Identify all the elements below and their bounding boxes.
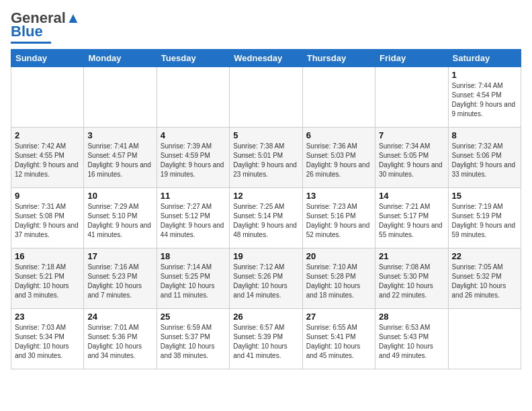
- day-info: Sunrise: 7:14 AM Sunset: 5:25 PM Dayligh…: [161, 263, 226, 300]
- calendar-cell: 10Sunrise: 7:29 AM Sunset: 5:10 PM Dayli…: [84, 188, 157, 248]
- calendar-cell: 19Sunrise: 7:12 AM Sunset: 5:26 PM Dayli…: [230, 248, 302, 309]
- day-number: 24: [87, 312, 152, 322]
- day-info: Sunrise: 7:31 AM Sunset: 5:08 PM Dayligh…: [15, 202, 80, 240]
- day-number: 26: [233, 312, 298, 322]
- day-number: 25: [161, 312, 226, 322]
- day-info: Sunrise: 7:03 AM Sunset: 5:34 PM Dayligh…: [15, 323, 80, 361]
- day-info: Sunrise: 6:55 AM Sunset: 5:41 PM Dayligh…: [306, 323, 371, 361]
- day-info: Sunrise: 7:27 AM Sunset: 5:12 PM Dayligh…: [161, 202, 226, 240]
- day-info: Sunrise: 7:23 AM Sunset: 5:16 PM Dayligh…: [306, 202, 371, 240]
- calendar-cell: [375, 67, 448, 128]
- weekday-header: Friday: [375, 50, 448, 67]
- calendar-cell: 25Sunrise: 6:59 AM Sunset: 5:37 PM Dayli…: [157, 309, 229, 369]
- calendar-cell: 26Sunrise: 6:57 AM Sunset: 5:39 PM Dayli…: [230, 309, 302, 369]
- day-number: 7: [379, 130, 444, 140]
- calendar-week-row: 2Sunrise: 7:42 AM Sunset: 4:55 PM Daylig…: [11, 128, 521, 188]
- calendar-cell: [84, 67, 157, 128]
- day-info: Sunrise: 7:41 AM Sunset: 4:57 PM Dayligh…: [87, 142, 152, 179]
- weekday-header: Sunday: [11, 50, 84, 67]
- weekday-header: Tuesday: [157, 50, 229, 67]
- calendar-cell: 24Sunrise: 7:01 AM Sunset: 5:36 PM Dayli…: [84, 309, 157, 369]
- day-number: 22: [452, 251, 517, 261]
- day-info: Sunrise: 7:36 AM Sunset: 5:03 PM Dayligh…: [306, 142, 371, 179]
- day-number: 28: [379, 312, 444, 322]
- day-number: 4: [161, 130, 226, 140]
- day-number: 8: [452, 130, 517, 140]
- day-number: 19: [233, 251, 298, 261]
- day-number: 5: [233, 130, 298, 140]
- day-info: Sunrise: 7:32 AM Sunset: 5:06 PM Dayligh…: [452, 142, 517, 179]
- logo-underline: [11, 42, 51, 44]
- day-number: 6: [306, 130, 371, 140]
- day-number: 14: [379, 191, 444, 201]
- calendar-cell: 22Sunrise: 7:05 AM Sunset: 5:32 PM Dayli…: [448, 248, 521, 309]
- weekday-header: Saturday: [448, 50, 521, 67]
- day-info: Sunrise: 7:18 AM Sunset: 5:21 PM Dayligh…: [15, 263, 80, 300]
- calendar-cell: 21Sunrise: 7:08 AM Sunset: 5:30 PM Dayli…: [375, 248, 448, 309]
- calendar-week-row: 1Sunrise: 7:44 AM Sunset: 4:54 PM Daylig…: [11, 67, 521, 128]
- day-info: Sunrise: 7:19 AM Sunset: 5:19 PM Dayligh…: [452, 202, 517, 240]
- calendar-cell: [302, 67, 375, 128]
- calendar-cell: [11, 67, 84, 128]
- day-number: 20: [306, 251, 371, 261]
- logo-blue-text: Blue: [11, 23, 43, 40]
- day-number: 9: [15, 191, 80, 201]
- day-info: Sunrise: 7:12 AM Sunset: 5:26 PM Dayligh…: [233, 263, 298, 300]
- calendar-cell: [157, 67, 229, 128]
- day-number: 23: [15, 312, 80, 322]
- day-info: Sunrise: 7:42 AM Sunset: 4:55 PM Dayligh…: [15, 142, 80, 179]
- day-info: Sunrise: 7:38 AM Sunset: 5:01 PM Dayligh…: [233, 142, 298, 179]
- day-number: 27: [306, 312, 371, 322]
- day-info: Sunrise: 7:01 AM Sunset: 5:36 PM Dayligh…: [87, 323, 152, 361]
- day-info: Sunrise: 7:29 AM Sunset: 5:10 PM Dayligh…: [87, 202, 152, 240]
- logo-blue: ▲: [66, 9, 81, 26]
- calendar-cell: 20Sunrise: 7:10 AM Sunset: 5:28 PM Dayli…: [302, 248, 375, 309]
- calendar-cell: 8Sunrise: 7:32 AM Sunset: 5:06 PM Daylig…: [448, 128, 521, 188]
- calendar-cell: 3Sunrise: 7:41 AM Sunset: 4:57 PM Daylig…: [84, 128, 157, 188]
- calendar-header-row: SundayMondayTuesdayWednesdayThursdayFrid…: [11, 50, 521, 67]
- weekday-header: Wednesday: [230, 50, 302, 67]
- day-info: Sunrise: 7:44 AM Sunset: 4:54 PM Dayligh…: [452, 81, 517, 119]
- calendar-week-row: 23Sunrise: 7:03 AM Sunset: 5:34 PM Dayli…: [11, 309, 521, 369]
- calendar-cell: 9Sunrise: 7:31 AM Sunset: 5:08 PM Daylig…: [11, 188, 84, 248]
- calendar-cell: 17Sunrise: 7:16 AM Sunset: 5:23 PM Dayli…: [84, 248, 157, 309]
- calendar-cell: 1Sunrise: 7:44 AM Sunset: 4:54 PM Daylig…: [448, 67, 521, 128]
- calendar-cell: 27Sunrise: 6:55 AM Sunset: 5:41 PM Dayli…: [302, 309, 375, 369]
- day-number: 15: [452, 191, 517, 201]
- calendar-cell: 28Sunrise: 6:53 AM Sunset: 5:43 PM Dayli…: [375, 309, 448, 369]
- calendar-week-row: 16Sunrise: 7:18 AM Sunset: 5:21 PM Dayli…: [11, 248, 521, 309]
- calendar-cell: 7Sunrise: 7:34 AM Sunset: 5:05 PM Daylig…: [375, 128, 448, 188]
- day-number: 17: [87, 251, 152, 261]
- day-info: Sunrise: 7:10 AM Sunset: 5:28 PM Dayligh…: [306, 263, 371, 300]
- calendar-week-row: 9Sunrise: 7:31 AM Sunset: 5:08 PM Daylig…: [11, 188, 521, 248]
- calendar-cell: 15Sunrise: 7:19 AM Sunset: 5:19 PM Dayli…: [448, 188, 521, 248]
- calendar-cell: 5Sunrise: 7:38 AM Sunset: 5:01 PM Daylig…: [230, 128, 302, 188]
- day-number: 18: [161, 251, 226, 261]
- day-number: 13: [306, 191, 371, 201]
- day-number: 11: [161, 191, 226, 201]
- calendar-cell: 18Sunrise: 7:14 AM Sunset: 5:25 PM Dayli…: [157, 248, 229, 309]
- calendar-table: SundayMondayTuesdayWednesdayThursdayFrid…: [11, 49, 521, 369]
- day-info: Sunrise: 6:53 AM Sunset: 5:43 PM Dayligh…: [379, 323, 444, 361]
- day-info: Sunrise: 7:39 AM Sunset: 4:59 PM Dayligh…: [161, 142, 226, 179]
- calendar-cell: 23Sunrise: 7:03 AM Sunset: 5:34 PM Dayli…: [11, 309, 84, 369]
- day-number: 3: [87, 130, 152, 140]
- day-number: 10: [87, 191, 152, 201]
- calendar-cell: [230, 67, 302, 128]
- day-info: Sunrise: 7:34 AM Sunset: 5:05 PM Dayligh…: [379, 142, 444, 179]
- calendar-cell: 2Sunrise: 7:42 AM Sunset: 4:55 PM Daylig…: [11, 128, 84, 188]
- calendar-cell: 16Sunrise: 7:18 AM Sunset: 5:21 PM Dayli…: [11, 248, 84, 309]
- calendar-cell: 14Sunrise: 7:21 AM Sunset: 5:17 PM Dayli…: [375, 188, 448, 248]
- day-info: Sunrise: 7:25 AM Sunset: 5:14 PM Dayligh…: [233, 202, 298, 240]
- day-info: Sunrise: 6:59 AM Sunset: 5:37 PM Dayligh…: [161, 323, 226, 361]
- calendar-cell: 11Sunrise: 7:27 AM Sunset: 5:12 PM Dayli…: [157, 188, 229, 248]
- calendar-cell: 12Sunrise: 7:25 AM Sunset: 5:14 PM Dayli…: [230, 188, 302, 248]
- calendar-cell: 6Sunrise: 7:36 AM Sunset: 5:03 PM Daylig…: [302, 128, 375, 188]
- day-number: 16: [15, 251, 80, 261]
- day-info: Sunrise: 6:57 AM Sunset: 5:39 PM Dayligh…: [233, 323, 298, 361]
- calendar-cell: [448, 309, 521, 369]
- day-number: 1: [452, 70, 517, 80]
- logo: General▲ Blue: [11, 11, 81, 44]
- calendar-cell: 13Sunrise: 7:23 AM Sunset: 5:16 PM Dayli…: [302, 188, 375, 248]
- day-number: 21: [379, 251, 444, 261]
